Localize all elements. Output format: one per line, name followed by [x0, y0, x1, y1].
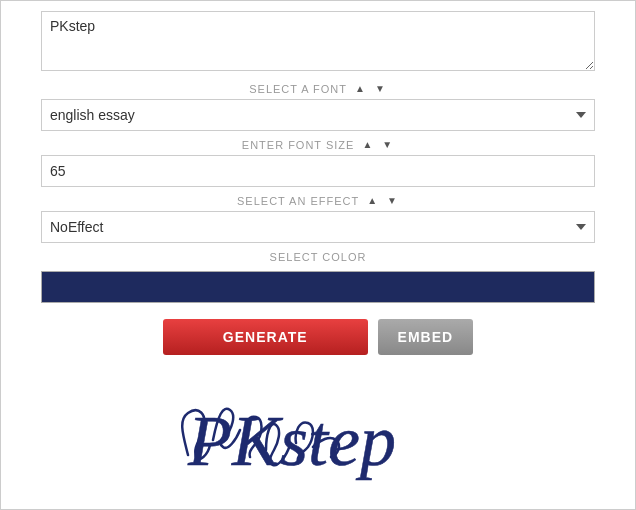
signature-preview: PKstep — [41, 375, 595, 489]
effect-dropdown[interactable]: NoEffect Shadow Outline Emboss Engrave — [41, 211, 595, 243]
effect-dropdown-group: NoEffect Shadow Outline Emboss Engrave — [41, 211, 595, 243]
select-color-label: SELECT COLOR — [270, 251, 367, 263]
select-effect-label: SELECT AN EFFECT — [237, 195, 359, 207]
font-size-input[interactable] — [41, 155, 595, 187]
font-dropdown-group: english essay arial times new roman cour… — [41, 99, 595, 131]
effect-down-arrow[interactable]: ▼ — [385, 196, 399, 206]
size-down-arrow[interactable]: ▼ — [380, 140, 394, 150]
font-dropdown[interactable]: english essay arial times new roman cour… — [41, 99, 595, 131]
font-down-arrow[interactable]: ▼ — [373, 84, 387, 94]
font-section-label: SELECT A FONT ▲ ▼ — [41, 77, 595, 99]
font-up-arrow[interactable]: ▲ — [353, 84, 367, 94]
font-size-group — [41, 155, 595, 187]
enter-font-size-label: ENTER FONT SIZE — [242, 139, 355, 151]
action-buttons: GENERATE EMBED — [41, 319, 595, 355]
generate-button[interactable]: GENERATE — [163, 319, 368, 355]
svg-text:PKstep: PKstep — [187, 401, 396, 481]
embed-button[interactable]: EMBED — [378, 319, 474, 355]
text-input-group — [41, 11, 595, 75]
size-section-label: ENTER FONT SIZE ▲ ▼ — [41, 133, 595, 155]
signature-svg: PKstep — [158, 375, 478, 485]
text-input[interactable] — [41, 11, 595, 71]
color-picker-bar[interactable] — [41, 271, 595, 303]
select-font-label: SELECT A FONT — [249, 83, 347, 95]
effect-section-label: SELECT AN EFFECT ▲ ▼ — [41, 189, 595, 211]
effect-up-arrow[interactable]: ▲ — [365, 196, 379, 206]
size-up-arrow[interactable]: ▲ — [360, 140, 374, 150]
color-section-label: SELECT COLOR — [41, 245, 595, 267]
